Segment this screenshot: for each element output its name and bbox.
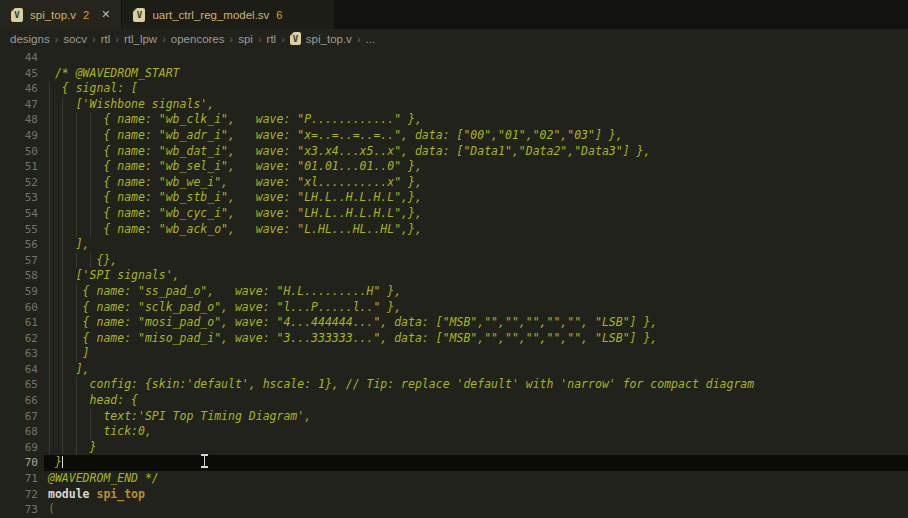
code-text[interactable]: { name: "wb_cyc_i", wave: "LH.L..H.L.H.L…	[48, 206, 422, 222]
code-line[interactable]: 69 }	[0, 440, 908, 456]
code-text[interactable]: { name: "wb_dat_i", wave: "x3.x4...x5..x…	[48, 144, 650, 160]
code-line[interactable]: 45 /* @WAVEDROM_START	[0, 66, 908, 82]
code-text[interactable]: text:'SPI Top Timing Diagram',	[48, 409, 311, 425]
code-line[interactable]: 56 ],	[0, 237, 908, 253]
line-number[interactable]: 53	[0, 190, 38, 206]
line-number[interactable]: 64	[0, 362, 38, 378]
code-text[interactable]: { name: "sclk_pad_o", wave: "l...P.....l…	[48, 300, 401, 316]
code-text[interactable]: ],	[48, 237, 90, 253]
code-text[interactable]: { name: "wb_stb_i", wave: "LH.L..H.L.H.L…	[48, 190, 422, 206]
tab-spi-top[interactable]: V spi_top.v 2 ✕	[0, 0, 121, 29]
breadcrumb-item-spi-top-v[interactable]: Vspi_top.v	[288, 32, 354, 45]
code-line[interactable]: 68 tick:0,	[0, 424, 908, 440]
breadcrumb-item--[interactable]: ...	[364, 33, 378, 45]
code-text[interactable]: {},	[48, 253, 117, 269]
code-text[interactable]: ['SPI signals',	[48, 268, 180, 284]
code-text[interactable]: /* @WAVEDROM_START	[48, 66, 180, 82]
breadcrumb-item-rtl-lpw[interactable]: rtl_lpw	[122, 33, 159, 45]
code-line[interactable]: 53 { name: "wb_stb_i", wave: "LH.L..H.L.…	[0, 190, 908, 206]
code-text[interactable]: module spi_top	[48, 487, 145, 503]
line-number[interactable]: 52	[0, 175, 38, 191]
editor[interactable]: 4445 /* @WAVEDROM_START46 { signal: [47 …	[0, 48, 908, 518]
code-text[interactable]: { name: "ss_pad_o", wave: "H.L.........H…	[48, 284, 401, 300]
line-number[interactable]: 63	[0, 346, 38, 362]
line-number[interactable]: 69	[0, 440, 38, 456]
code-line[interactable]: 60 { name: "sclk_pad_o", wave: "l...P...…	[0, 300, 908, 316]
code-text[interactable]: (	[48, 502, 55, 518]
line-number[interactable]: 45	[0, 66, 38, 82]
code-line[interactable]: 66 head: {	[0, 393, 908, 409]
line-number[interactable]: 59	[0, 284, 38, 300]
line-number[interactable]: 71	[0, 471, 38, 487]
line-number[interactable]: 65	[0, 377, 38, 393]
line-number[interactable]: 62	[0, 331, 38, 347]
code-line[interactable]: 67 text:'SPI Top Timing Diagram',	[0, 409, 908, 425]
code-line[interactable]: 65 config: {skin:'default', hscale: 1}, …	[0, 377, 908, 393]
tab-uart-ctrl-reg-model[interactable]: V uart_ctrl_reg_model.sv 6	[122, 0, 334, 29]
code-line[interactable]: 47 ['Wishbone signals',	[0, 97, 908, 113]
breadcrumb-item-rtl[interactable]: rtl	[265, 33, 279, 45]
line-number[interactable]: 49	[0, 128, 38, 144]
line-number[interactable]: 66	[0, 393, 38, 409]
code-line[interactable]: 44	[0, 50, 908, 66]
code-text[interactable]: { name: "wb_ack_o", wave: "L.HL...HL..HL…	[48, 222, 422, 238]
code-line[interactable]: 58 ['SPI signals',	[0, 268, 908, 284]
code-line[interactable]: 61 { name: "mosi_pad_o", wave: "4...4444…	[0, 315, 908, 331]
code-text[interactable]: { name: "miso_pad_i", wave: "3...333333.…	[48, 331, 657, 347]
line-number[interactable]: 60	[0, 300, 38, 316]
line-number[interactable]: 44	[0, 50, 38, 66]
line-number[interactable]: 46	[0, 81, 38, 97]
line-number[interactable]: 55	[0, 222, 38, 238]
code-text[interactable]: }	[48, 440, 96, 456]
code-line[interactable]: 48 { name: "wb_clk_i", wave: "P.........…	[0, 112, 908, 128]
code-line[interactable]: 71@WAVEDROM_END */	[0, 471, 908, 487]
code-line[interactable]: 54 { name: "wb_cyc_i", wave: "LH.L..H.L.…	[0, 206, 908, 222]
line-number[interactable]: 56	[0, 237, 38, 253]
line-number[interactable]: 67	[0, 409, 38, 425]
breadcrumb-item-opencores[interactable]: opencores	[169, 33, 227, 45]
line-number[interactable]: 48	[0, 112, 38, 128]
code-line[interactable]: 64 ],	[0, 362, 908, 378]
line-number[interactable]: 61	[0, 315, 38, 331]
code-line[interactable]: 57 {},	[0, 253, 908, 269]
line-number[interactable]: 72	[0, 487, 38, 503]
line-number[interactable]: 51	[0, 159, 38, 175]
code-text[interactable]: { name: "wb_sel_i", wave: "01.01...01..0…	[48, 159, 422, 175]
line-number[interactable]: 70	[0, 455, 38, 471]
code-line[interactable]: 70 }	[0, 455, 908, 471]
code-line[interactable]: 55 { name: "wb_ack_o", wave: "L.HL...HL.…	[0, 222, 908, 238]
code-text[interactable]: { name: "mosi_pad_o", wave: "4...444444.…	[48, 315, 657, 331]
code-text[interactable]: { name: "wb_we_i", wave: "xl..........x"…	[48, 175, 422, 191]
line-number[interactable]: 68	[0, 424, 38, 440]
line-number[interactable]: 47	[0, 97, 38, 113]
code-text[interactable]: { name: "wb_clk_i", wave: "P............…	[48, 112, 422, 128]
code-line[interactable]: 51 { name: "wb_sel_i", wave: "01.01...01…	[0, 159, 908, 175]
code-text[interactable]: head: {	[48, 393, 138, 409]
breadcrumb-item-socv[interactable]: socv	[61, 33, 89, 45]
code-line[interactable]: 49 { name: "wb_adr_i", wave: "x=..=..=..…	[0, 128, 908, 144]
code-text[interactable]: ],	[48, 362, 90, 378]
code-line[interactable]: 59 { name: "ss_pad_o", wave: "H.L.......…	[0, 284, 908, 300]
code-line[interactable]: 72module spi_top	[0, 487, 908, 503]
line-number[interactable]: 73	[0, 502, 38, 518]
code-text[interactable]: tick:0,	[48, 424, 152, 440]
code-line[interactable]: 63 ]	[0, 346, 908, 362]
close-icon[interactable]: ✕	[101, 8, 110, 21]
breadcrumb-item-designs[interactable]: designs	[8, 33, 52, 45]
breadcrumb-item-spi[interactable]: spi	[236, 33, 255, 45]
code-text[interactable]: { name: "wb_adr_i", wave: "x=..=..=..=..…	[48, 128, 623, 144]
code-text[interactable]: ]	[48, 346, 90, 362]
line-number[interactable]: 57	[0, 253, 38, 269]
code-line[interactable]: 50 { name: "wb_dat_i", wave: "x3.x4...x5…	[0, 144, 908, 160]
code-line[interactable]: 73(	[0, 502, 908, 518]
code-text[interactable]: ['Wishbone signals',	[48, 97, 214, 113]
code-text[interactable]: }	[48, 455, 63, 471]
code-line[interactable]: 62 { name: "miso_pad_i", wave: "3...3333…	[0, 331, 908, 347]
breadcrumb-item-rtl[interactable]: rtl	[99, 33, 113, 45]
line-number[interactable]: 50	[0, 144, 38, 160]
code-line[interactable]: 52 { name: "wb_we_i", wave: "xl.........…	[0, 175, 908, 191]
code-text[interactable]: @WAVEDROM_END */	[48, 471, 159, 487]
code-text[interactable]: { signal: [	[48, 81, 138, 97]
code-text[interactable]: config: {skin:'default', hscale: 1}, // …	[48, 377, 754, 393]
line-number[interactable]: 54	[0, 206, 38, 222]
